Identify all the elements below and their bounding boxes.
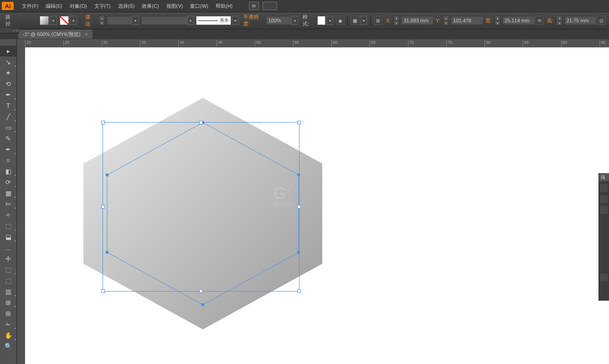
menu-type[interactable]: 文字(T) [91, 0, 114, 12]
fill-dropdown[interactable]: ▾ [50, 16, 57, 25]
menu-object[interactable]: 对象(O) [66, 0, 91, 12]
right-panel-btn2[interactable] [599, 195, 609, 204]
graph-tool[interactable]: ⊞ [0, 297, 16, 308]
handle-tl[interactable] [101, 121, 105, 124]
paintbrush-tool[interactable]: ✎ [0, 133, 16, 144]
constrain-icon[interactable]: ⊡ [597, 16, 605, 25]
opacity-drop[interactable]: ▾ [291, 16, 298, 25]
canvas[interactable]: 20253035404550556065707580859095 [17, 39, 609, 364]
mesh-tool[interactable]: … [0, 242, 16, 253]
stroke-weight-drop[interactable]: ▾ [132, 16, 139, 25]
handle-tr[interactable] [297, 121, 301, 124]
handle-tc[interactable] [199, 121, 203, 124]
align-icon[interactable]: ▦ [351, 16, 359, 25]
y-field[interactable]: 101.478 [451, 16, 483, 25]
opacity-field[interactable]: 100% [266, 16, 291, 25]
x-stepper[interactable]: ▴▾ [393, 15, 399, 26]
workspace-button[interactable] [263, 2, 277, 10]
style-label: 样式: [300, 14, 316, 27]
right-panel-collapsed[interactable]: 描 [599, 173, 609, 301]
var-width[interactable] [141, 16, 187, 25]
w-field[interactable]: 25.114 mm [502, 16, 534, 25]
link-icon[interactable]: ⟲ [535, 16, 544, 25]
artboard[interactable]: Gx system [25, 47, 609, 364]
blend-tool[interactable]: ⬚ [0, 275, 16, 286]
symbol-sprayer-tool[interactable]: ▥ [0, 286, 16, 297]
selection-tool[interactable]: ▸ [0, 46, 16, 56]
type-tool[interactable]: T [0, 100, 16, 111]
right-panel-btn4[interactable] [599, 273, 609, 282]
menu-file[interactable]: 文件(F) [18, 0, 42, 12]
ruler-origin[interactable] [17, 39, 26, 48]
pencil-tool[interactable]: ✒ [0, 144, 16, 155]
artboard-tool[interactable]: ⊞ [0, 308, 16, 319]
y-stepper[interactable]: ▴▾ [443, 15, 449, 26]
tool-panel-header[interactable]: ›› × [0, 28, 19, 33]
align-drop[interactable]: ▾ [360, 16, 367, 25]
opacity-label: 不透明度: [241, 14, 266, 27]
recolor-icon[interactable]: ◉ [336, 16, 345, 25]
y-label: Y: [433, 18, 443, 23]
menu-select[interactable]: 选择(S) [114, 0, 139, 12]
handle-bc[interactable] [199, 289, 203, 293]
tab-close[interactable]: × [85, 32, 88, 37]
pen-tool[interactable]: ✒ [0, 89, 16, 100]
zoom-tool[interactable]: 🔍 [0, 341, 16, 352]
brush-drop[interactable]: ▾ [232, 16, 239, 25]
document-tab[interactable]: -1* @ 600% (CMYK/预览) × [18, 30, 93, 39]
hand-tool[interactable]: ✋ [0, 330, 16, 341]
horizontal-ruler[interactable]: 20253035404550556065707580859095 [25, 39, 609, 48]
stroke-swatch-none[interactable] [60, 16, 69, 25]
shape-builder-tool[interactable]: ⬚ [0, 220, 16, 231]
brush-preview[interactable]: 基本 [196, 16, 231, 25]
rotate-tool[interactable]: ⟳ [0, 177, 16, 188]
stroke-weight[interactable] [107, 16, 132, 25]
handle-ml[interactable] [101, 205, 105, 209]
menubar: Ai 文件(F) 编辑(E) 对象(O) 文字(T) 选择(S) 效果(C) 视… [0, 0, 609, 12]
control-bar: 路径 ▾ ▾ 描边: ▴▾ ▾ ▾ 基本 ▾ 不透明度: 100% ▾ 样式: … [0, 12, 609, 29]
var-width-drop[interactable]: ▾ [187, 16, 194, 25]
x-field[interactable]: 31.893 mm [401, 16, 433, 25]
perspective-tool[interactable]: ⬓ [0, 231, 16, 242]
transform-icon[interactable]: ⊞ [374, 16, 382, 25]
slice-tool[interactable]: ✁ [0, 319, 16, 330]
selection-bounds[interactable] [103, 122, 299, 292]
style-drop[interactable]: ▾ [326, 16, 333, 25]
style-swatch[interactable] [317, 16, 326, 25]
w-stepper[interactable]: ▴▾ [495, 15, 501, 26]
handle-br[interactable] [297, 289, 301, 293]
vertical-ruler[interactable] [17, 47, 26, 364]
svg-rect-5 [201, 303, 204, 306]
line-tool[interactable]: ╱ [0, 111, 16, 122]
h-field[interactable]: 21.75 mm [564, 16, 596, 25]
magic-wand-tool[interactable]: ✦ [0, 67, 16, 78]
eraser-tool[interactable]: ◧ [0, 166, 16, 177]
rectangle-tool[interactable]: ▭ [0, 122, 16, 133]
blob-brush-tool[interactable]: ⌗ [0, 155, 16, 166]
stroke-label: 描边: [83, 14, 98, 27]
menu-effect[interactable]: 效果(C) [138, 0, 162, 12]
menu-window[interactable]: 窗口(W) [186, 0, 212, 12]
handle-bl[interactable] [101, 289, 105, 293]
right-panel-btn3[interactable] [599, 205, 609, 215]
fill-swatch[interactable] [40, 16, 49, 25]
h-stepper[interactable]: ▴▾ [556, 15, 562, 26]
menu-edit[interactable]: 编辑(E) [42, 0, 66, 12]
right-panel-btn1[interactable] [599, 184, 609, 193]
gradient-tool[interactable]: ✢ [0, 253, 16, 264]
right-panel-tab[interactable]: 描 [599, 173, 609, 182]
menu-help[interactable]: 帮助(H) [212, 0, 236, 12]
free-transform-tool[interactable]: ✧ [0, 210, 16, 220]
scale-tool[interactable]: ▦ [0, 188, 16, 199]
direct-selection-tool[interactable]: ↘ [0, 56, 16, 67]
handle-mr[interactable] [297, 205, 301, 209]
eyedropper-tool[interactable]: ⬚ [0, 264, 16, 275]
stroke-dropdown[interactable]: ▾ [70, 16, 77, 25]
lasso-tool[interactable]: ⟲ [0, 78, 16, 89]
h-label: 高: [544, 17, 556, 24]
bridge-button[interactable]: Br [249, 2, 259, 10]
stroke-weight-stepper[interactable]: ▴▾ [99, 15, 105, 26]
menu-view[interactable]: 视图(V) [163, 0, 187, 12]
width-tool[interactable]: ✄ [0, 199, 16, 210]
selection-type: 路径 [3, 14, 18, 27]
